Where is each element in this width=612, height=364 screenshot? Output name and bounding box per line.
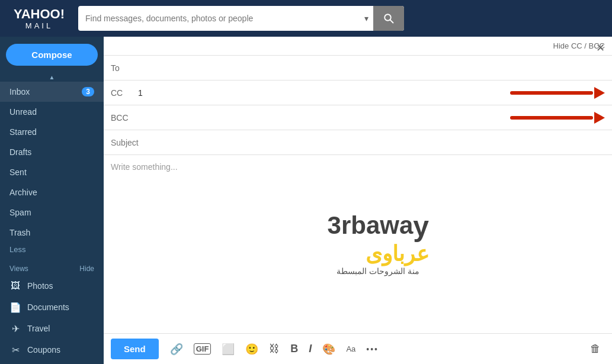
svg-line-1 bbox=[390, 20, 393, 23]
to-field-row: To bbox=[104, 56, 612, 80]
link-icon: ⛓ bbox=[269, 343, 280, 355]
to-input[interactable] bbox=[134, 59, 605, 78]
subject-input[interactable] bbox=[111, 133, 605, 152]
bcc-arrow-indicator bbox=[510, 109, 605, 126]
cc-input[interactable] bbox=[134, 83, 510, 102]
color-button[interactable]: 🎨 bbox=[318, 340, 339, 359]
link-button[interactable]: ⛓ bbox=[265, 340, 284, 358]
body-placeholder: Write something... bbox=[111, 162, 178, 172]
search-icon bbox=[383, 13, 394, 24]
italic-button[interactable]: I bbox=[305, 340, 316, 358]
gif-icon: GIF bbox=[194, 343, 212, 355]
coupons-icon: ✂ bbox=[9, 344, 21, 356]
sidebar-item-spam[interactable]: Spam bbox=[0, 202, 104, 223]
italic-icon: I bbox=[309, 343, 312, 355]
search-dropdown-button[interactable]: ▾ bbox=[360, 14, 373, 23]
mail-logo-text: MAIL bbox=[9, 22, 69, 30]
bold-icon: B bbox=[290, 343, 298, 355]
sidebar-item-coupons[interactable]: ✂ Coupons bbox=[0, 339, 104, 360]
bcc-field-row: BCC bbox=[104, 105, 612, 130]
main-container: Compose ▲ Inbox 3 Unread Starred Drafts … bbox=[0, 37, 612, 364]
color-icon: 🎨 bbox=[322, 343, 335, 356]
views-section-header: Views Hide bbox=[0, 259, 104, 275]
cc-label: CC bbox=[111, 88, 134, 98]
sidebar-item-documents[interactable]: 📄 Documents bbox=[0, 297, 104, 318]
sidebar-item-starred[interactable]: Starred bbox=[0, 122, 104, 142]
compose-body[interactable]: Write something... 3rbaway عرباوى منة ال… bbox=[104, 155, 612, 333]
sidebar-item-photos[interactable]: 🖼 Photos bbox=[0, 275, 104, 297]
photos-icon: 🖼 bbox=[9, 280, 21, 292]
send-button[interactable]: Send bbox=[111, 339, 159, 359]
search-input[interactable] bbox=[78, 14, 360, 23]
bcc-input[interactable] bbox=[134, 108, 510, 127]
sidebar-item-tutorials[interactable]: ❓ Tutorials bbox=[0, 360, 104, 364]
attachment-button[interactable]: 🔗 bbox=[166, 340, 187, 359]
compose-button[interactable]: Compose bbox=[6, 44, 98, 66]
views-hide-link[interactable]: Hide bbox=[79, 265, 94, 273]
emoji-button[interactable]: 🙂 bbox=[241, 340, 262, 359]
search-submit-button[interactable] bbox=[373, 6, 404, 31]
app-header: YAHOO! MAIL ▾ bbox=[0, 0, 612, 37]
compose-toolbar: Send 🔗 GIF ⬜ 🙂 ⛓ B I 🎨 bbox=[104, 333, 612, 364]
sidebar: Compose ▲ Inbox 3 Unread Starred Drafts … bbox=[0, 37, 104, 364]
compose-panel: Hide CC / BCC ✕ To CC BCC Write somethin… bbox=[104, 37, 612, 364]
scroll-up-indicator: ▲ bbox=[0, 73, 104, 82]
subject-field-row bbox=[104, 130, 612, 155]
watermark: 3rbaway عرباوى منة الشروحات المبسطة bbox=[328, 212, 429, 276]
bcc-label: BCC bbox=[111, 113, 134, 123]
cc-field-row: CC bbox=[104, 80, 612, 105]
bold-button[interactable]: B bbox=[286, 340, 302, 358]
documents-icon: 📄 bbox=[9, 301, 21, 313]
sidebar-item-unread[interactable]: Unread bbox=[0, 102, 104, 122]
less-link[interactable]: Less bbox=[0, 243, 104, 259]
trash-icon: 🗑 bbox=[590, 343, 601, 355]
font-size-button[interactable]: Aa bbox=[342, 342, 360, 356]
sidebar-item-inbox[interactable]: Inbox 3 bbox=[0, 82, 104, 102]
search-bar: ▾ bbox=[78, 6, 404, 31]
compose-header: Hide CC / BCC ✕ bbox=[104, 37, 612, 56]
to-label: To bbox=[111, 63, 134, 73]
more-icon: ••• bbox=[366, 344, 379, 354]
yahoo-logo-text: YAHOO! bbox=[14, 7, 65, 21]
sidebar-item-archive[interactable]: Archive bbox=[0, 182, 104, 202]
delete-draft-button[interactable]: 🗑 bbox=[586, 340, 605, 358]
yahoo-logo: YAHOO! MAIL bbox=[9, 8, 69, 30]
close-compose-button[interactable]: ✕ bbox=[596, 41, 605, 54]
sidebar-item-travel[interactable]: ✈ Travel bbox=[0, 318, 104, 339]
sidebar-nav: Inbox 3 Unread Starred Drafts Sent Archi… bbox=[0, 82, 104, 243]
more-options-button[interactable]: ••• bbox=[362, 342, 383, 357]
image-icon: ⬜ bbox=[222, 343, 235, 356]
sidebar-item-drafts[interactable]: Drafts bbox=[0, 142, 104, 162]
attachment-icon: 🔗 bbox=[170, 343, 183, 356]
gif-button[interactable]: GIF bbox=[190, 340, 216, 357]
emoji-icon: 🙂 bbox=[245, 343, 258, 356]
cc-arrow-indicator bbox=[510, 85, 605, 101]
sidebar-item-sent[interactable]: Sent bbox=[0, 162, 104, 182]
font-size-icon: Aa bbox=[346, 344, 355, 353]
sidebar-item-trash[interactable]: Trash bbox=[0, 223, 104, 243]
image-insert-button[interactable]: ⬜ bbox=[217, 340, 239, 359]
travel-icon: ✈ bbox=[9, 323, 21, 334]
